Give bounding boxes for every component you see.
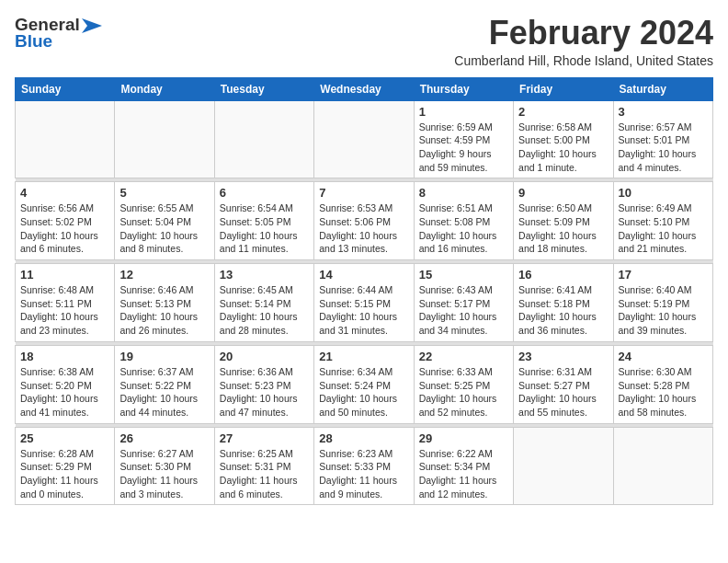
day-number: 5 — [119, 186, 209, 200]
calendar-cell: 23Sunrise: 6:31 AM Sunset: 5:27 PM Dayli… — [514, 345, 613, 423]
calendar-cell: 7Sunrise: 6:53 AM Sunset: 5:06 PM Daylig… — [314, 182, 414, 260]
calendar-week-4: 18Sunrise: 6:38 AM Sunset: 5:20 PM Dayli… — [16, 345, 713, 423]
day-info: Sunrise: 6:38 AM Sunset: 5:20 PM Dayligh… — [20, 365, 109, 419]
calendar-cell: 13Sunrise: 6:45 AM Sunset: 5:14 PM Dayli… — [214, 264, 313, 342]
day-info: Sunrise: 6:31 AM Sunset: 5:27 PM Dayligh… — [518, 365, 608, 419]
calendar-cell: 21Sunrise: 6:34 AM Sunset: 5:24 PM Dayli… — [314, 345, 414, 423]
day-number: 19 — [119, 350, 209, 363]
day-number: 29 — [419, 431, 508, 445]
calendar-cell: 22Sunrise: 6:33 AM Sunset: 5:25 PM Dayli… — [414, 345, 513, 423]
logo-arrow-icon — [82, 18, 102, 33]
day-info: Sunrise: 6:56 AM Sunset: 5:02 PM Dayligh… — [20, 201, 109, 256]
logo-text-blue: Blue — [15, 31, 52, 52]
day-number: 7 — [319, 186, 408, 200]
day-number: 8 — [419, 186, 508, 200]
calendar-cell: 26Sunrise: 6:27 AM Sunset: 5:30 PM Dayli… — [115, 427, 214, 505]
calendar-table: SundayMondayTuesdayWednesdayThursdayFrid… — [15, 77, 713, 506]
day-number: 10 — [619, 186, 708, 200]
day-info: Sunrise: 6:40 AM Sunset: 5:19 PM Dayligh… — [619, 283, 708, 338]
day-number: 18 — [20, 350, 109, 363]
day-number: 17 — [619, 268, 708, 282]
calendar-cell: 1Sunrise: 6:59 AM Sunset: 4:59 PM Daylig… — [414, 100, 513, 178]
calendar-cell: 24Sunrise: 6:30 AM Sunset: 5:28 PM Dayli… — [613, 345, 712, 423]
calendar-cell: 10Sunrise: 6:49 AM Sunset: 5:10 PM Dayli… — [613, 182, 712, 260]
weekday-header-friday: Friday — [514, 77, 613, 100]
day-info: Sunrise: 6:37 AM Sunset: 5:22 PM Dayligh… — [119, 365, 209, 419]
day-info: Sunrise: 6:45 AM Sunset: 5:14 PM Dayligh… — [220, 283, 309, 338]
weekday-header-saturday: Saturday — [613, 77, 712, 100]
day-info: Sunrise: 6:23 AM Sunset: 5:33 PM Dayligh… — [319, 447, 408, 501]
day-number: 15 — [419, 268, 508, 282]
calendar-cell: 29Sunrise: 6:22 AM Sunset: 5:34 PM Dayli… — [414, 427, 513, 505]
day-number: 3 — [619, 105, 708, 119]
weekday-header-sunday: Sunday — [16, 77, 115, 100]
calendar-cell: 20Sunrise: 6:36 AM Sunset: 5:23 PM Dayli… — [214, 345, 313, 423]
calendar-cell: 11Sunrise: 6:48 AM Sunset: 5:11 PM Dayli… — [16, 264, 115, 342]
day-number: 26 — [119, 431, 209, 445]
day-number: 20 — [220, 350, 309, 363]
day-info: Sunrise: 6:55 AM Sunset: 5:04 PM Dayligh… — [119, 201, 209, 256]
day-number: 23 — [518, 350, 608, 363]
day-info: Sunrise: 6:25 AM Sunset: 5:31 PM Dayligh… — [220, 447, 309, 501]
calendar-cell: 4Sunrise: 6:56 AM Sunset: 5:02 PM Daylig… — [16, 182, 115, 260]
weekday-header-wednesday: Wednesday — [314, 77, 414, 100]
calendar-cell — [314, 100, 414, 178]
day-number: 14 — [319, 268, 408, 282]
calendar-cell — [115, 100, 214, 178]
day-number: 22 — [419, 350, 508, 363]
calendar-cell: 3Sunrise: 6:57 AM Sunset: 5:01 PM Daylig… — [613, 100, 712, 178]
calendar-cell: 9Sunrise: 6:50 AM Sunset: 5:09 PM Daylig… — [514, 182, 613, 260]
calendar-cell: 28Sunrise: 6:23 AM Sunset: 5:33 PM Dayli… — [314, 427, 414, 505]
day-info: Sunrise: 6:43 AM Sunset: 5:17 PM Dayligh… — [419, 283, 508, 338]
day-info: Sunrise: 6:33 AM Sunset: 5:25 PM Dayligh… — [419, 365, 508, 419]
day-number: 11 — [20, 268, 109, 282]
day-info: Sunrise: 6:22 AM Sunset: 5:34 PM Dayligh… — [419, 447, 508, 501]
day-number: 9 — [518, 186, 608, 200]
day-info: Sunrise: 6:27 AM Sunset: 5:30 PM Dayligh… — [119, 447, 209, 501]
day-number: 16 — [518, 268, 608, 282]
day-number: 2 — [518, 105, 608, 119]
calendar-week-3: 11Sunrise: 6:48 AM Sunset: 5:11 PM Dayli… — [16, 264, 713, 342]
day-info: Sunrise: 6:58 AM Sunset: 5:00 PM Dayligh… — [518, 121, 608, 175]
calendar-cell — [613, 427, 712, 505]
day-info: Sunrise: 6:53 AM Sunset: 5:06 PM Dayligh… — [319, 201, 408, 256]
calendar-cell: 16Sunrise: 6:41 AM Sunset: 5:18 PM Dayli… — [514, 264, 613, 342]
calendar-cell: 19Sunrise: 6:37 AM Sunset: 5:22 PM Dayli… — [115, 345, 214, 423]
day-number: 27 — [220, 431, 309, 445]
day-number: 24 — [619, 350, 708, 363]
day-info: Sunrise: 6:51 AM Sunset: 5:08 PM Dayligh… — [419, 201, 508, 256]
weekday-header-tuesday: Tuesday — [214, 77, 313, 100]
day-info: Sunrise: 6:57 AM Sunset: 5:01 PM Dayligh… — [619, 121, 708, 175]
day-number: 25 — [20, 431, 109, 445]
day-number: 1 — [419, 105, 508, 119]
day-info: Sunrise: 6:50 AM Sunset: 5:09 PM Dayligh… — [518, 201, 608, 256]
title-area: February 2024 Cumberland Hill, Rhode Isl… — [454, 15, 713, 68]
day-number: 12 — [119, 268, 209, 282]
day-number: 28 — [319, 431, 408, 445]
page-title: February 2024 — [454, 15, 713, 52]
calendar-header-row: SundayMondayTuesdayWednesdayThursdayFrid… — [16, 77, 713, 100]
calendar-cell: 17Sunrise: 6:40 AM Sunset: 5:19 PM Dayli… — [613, 264, 712, 342]
page-header: General Blue February 2024 Cumberland Hi… — [15, 15, 713, 68]
calendar-cell: 6Sunrise: 6:54 AM Sunset: 5:05 PM Daylig… — [214, 182, 313, 260]
calendar-week-1: 1Sunrise: 6:59 AM Sunset: 4:59 PM Daylig… — [16, 100, 713, 178]
day-info: Sunrise: 6:59 AM Sunset: 4:59 PM Dayligh… — [419, 121, 508, 175]
day-number: 4 — [20, 186, 109, 200]
calendar-cell: 2Sunrise: 6:58 AM Sunset: 5:00 PM Daylig… — [514, 100, 613, 178]
day-number: 6 — [220, 186, 309, 200]
calendar-cell: 15Sunrise: 6:43 AM Sunset: 5:17 PM Dayli… — [414, 264, 513, 342]
day-info: Sunrise: 6:28 AM Sunset: 5:29 PM Dayligh… — [20, 447, 109, 501]
day-number: 21 — [319, 350, 408, 363]
day-info: Sunrise: 6:49 AM Sunset: 5:10 PM Dayligh… — [619, 201, 708, 256]
calendar-week-2: 4Sunrise: 6:56 AM Sunset: 5:02 PM Daylig… — [16, 182, 713, 260]
calendar-cell: 18Sunrise: 6:38 AM Sunset: 5:20 PM Dayli… — [16, 345, 115, 423]
day-info: Sunrise: 6:44 AM Sunset: 5:15 PM Dayligh… — [319, 283, 408, 338]
page-subtitle: Cumberland Hill, Rhode Island, United St… — [454, 53, 713, 68]
day-number: 13 — [220, 268, 309, 282]
calendar-cell: 5Sunrise: 6:55 AM Sunset: 5:04 PM Daylig… — [115, 182, 214, 260]
day-info: Sunrise: 6:54 AM Sunset: 5:05 PM Dayligh… — [220, 201, 309, 256]
weekday-header-monday: Monday — [115, 77, 214, 100]
calendar-cell: 12Sunrise: 6:46 AM Sunset: 5:13 PM Dayli… — [115, 264, 214, 342]
calendar-cell: 8Sunrise: 6:51 AM Sunset: 5:08 PM Daylig… — [414, 182, 513, 260]
day-info: Sunrise: 6:34 AM Sunset: 5:24 PM Dayligh… — [319, 365, 408, 419]
